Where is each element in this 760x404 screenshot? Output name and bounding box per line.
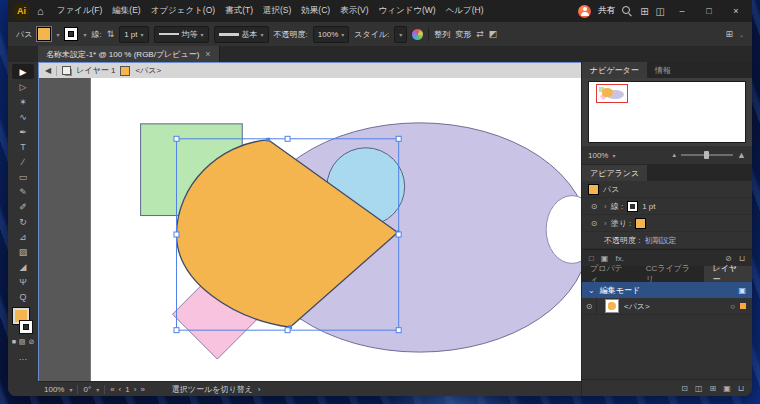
stroke-stepper-icon[interactable]: ⇅ bbox=[107, 29, 115, 39]
menu-window[interactable]: ウィンドウ(W) bbox=[373, 5, 440, 17]
breadcrumb-object[interactable]: <パス> bbox=[135, 65, 161, 76]
appearance-stroke-swatch[interactable] bbox=[627, 201, 638, 212]
document-tab[interactable]: 名称未設定-1* @ 100 % (RGB/プレビュー) × bbox=[38, 46, 220, 62]
delete-item-icon[interactable]: ⊔ bbox=[739, 254, 745, 263]
align-button[interactable]: 整列 bbox=[434, 29, 450, 40]
chevron-down-icon[interactable]: ▾ bbox=[612, 152, 615, 159]
gradient-tool[interactable]: ▨ bbox=[12, 244, 34, 259]
layer-grid-icon[interactable]: ▣ bbox=[723, 384, 731, 393]
color-mode-icon[interactable]: ■ bbox=[12, 338, 16, 346]
status-rotation-value[interactable]: 0° bbox=[83, 385, 91, 394]
direct-selection-tool[interactable]: ▷ bbox=[12, 79, 34, 94]
canvas[interactable] bbox=[39, 78, 581, 381]
stroke-color-swatch[interactable] bbox=[64, 27, 78, 41]
collapse-chevron-icon[interactable]: ⌄ bbox=[588, 286, 595, 295]
rectangle-tool[interactable]: ▭ bbox=[12, 169, 34, 184]
brush-definition-select[interactable]: 基本 ▾ bbox=[214, 26, 269, 43]
recolor-artwork-icon[interactable] bbox=[412, 29, 423, 40]
search-icon[interactable] bbox=[622, 6, 633, 17]
width-profile-select[interactable]: 均等 ▾ bbox=[154, 26, 209, 43]
illustrator-logo-icon[interactable]: Ai bbox=[14, 4, 29, 19]
rotate-tool[interactable]: ↻ bbox=[12, 214, 34, 229]
maximize-button[interactable]: □ bbox=[699, 6, 719, 16]
menu-type[interactable]: 書式(T) bbox=[220, 5, 258, 17]
appearance-fill-swatch[interactable] bbox=[635, 218, 646, 229]
new-stroke-icon[interactable]: □ bbox=[589, 254, 594, 263]
appearance-fill-row[interactable]: ⊙ › 塗り : bbox=[582, 215, 752, 232]
exit-isolation-icon[interactable]: ◀ bbox=[45, 66, 51, 75]
paintbrush-tool[interactable]: ✎ bbox=[12, 184, 34, 199]
layer-visibility-cell[interactable]: ⊙ bbox=[582, 298, 597, 314]
minimize-button[interactable]: – bbox=[672, 6, 692, 16]
previous-artboard-icon[interactable]: ‹ bbox=[119, 385, 122, 394]
menu-edit[interactable]: 編集(E) bbox=[107, 5, 145, 17]
new-fill-icon[interactable]: ▣ bbox=[601, 254, 609, 263]
add-effect-icon[interactable]: fx. bbox=[615, 254, 623, 263]
line-segment-tool[interactable]: ∕ bbox=[12, 154, 34, 169]
artboard-svg[interactable] bbox=[39, 78, 581, 381]
tab-properties[interactable]: プロパティ bbox=[582, 266, 638, 282]
scale-tool[interactable]: ⊿ bbox=[12, 229, 34, 244]
last-artboard-icon[interactable]: » bbox=[140, 385, 144, 394]
menu-select[interactable]: 選択(S) bbox=[258, 5, 296, 17]
close-button[interactable]: × bbox=[726, 6, 746, 16]
lasso-tool[interactable]: ∿ bbox=[12, 109, 34, 124]
control-overflow-icon[interactable]: ⌄ bbox=[739, 31, 744, 38]
menu-object[interactable]: オブジェクト(O) bbox=[146, 5, 220, 17]
transform-button[interactable]: 変形 bbox=[455, 29, 471, 40]
expand-chevron-icon[interactable]: › bbox=[604, 202, 607, 211]
menu-help[interactable]: ヘルプ(H) bbox=[441, 5, 489, 17]
panel-grid-icon[interactable]: ⊞ bbox=[725, 29, 733, 39]
arrange-documents-icon[interactable]: ⊞ bbox=[640, 6, 648, 17]
layers-path-row[interactable]: ⊙ <パス> ○ bbox=[582, 298, 752, 315]
pen-tool[interactable]: ✒ bbox=[12, 124, 34, 139]
selection-tool[interactable]: ▶ bbox=[12, 64, 34, 79]
magic-wand-tool[interactable]: ✶ bbox=[12, 94, 34, 109]
layers-edit-mode-row[interactable]: ⌄ 編集モード ▣ bbox=[582, 282, 752, 298]
layer-options-icon[interactable]: ▣ bbox=[738, 286, 746, 295]
gradient-mode-icon[interactable]: ▨ bbox=[19, 338, 26, 346]
chevron-down-icon[interactable]: ▾ bbox=[69, 386, 72, 393]
edit-toolbar-icon[interactable]: … bbox=[19, 352, 28, 362]
tab-layers[interactable]: レイヤー bbox=[704, 266, 752, 282]
isolate-selection-icon[interactable]: ⇄ bbox=[476, 29, 484, 39]
navigator-view-box[interactable] bbox=[596, 84, 628, 103]
expand-chevron-icon[interactable]: › bbox=[604, 219, 607, 228]
hand-tool[interactable]: Ψ bbox=[12, 274, 34, 289]
appearance-opacity-value[interactable]: 初期設定 bbox=[644, 235, 676, 246]
artboard-number[interactable]: 1 bbox=[125, 385, 129, 394]
status-expand-icon[interactable]: › bbox=[258, 385, 261, 394]
make-mask-icon[interactable]: ⊡ bbox=[681, 384, 688, 393]
tab-cc-libraries[interactable]: CCライブラリ bbox=[638, 266, 705, 282]
workspace-switcher-icon[interactable]: ◫ bbox=[656, 6, 665, 17]
document-close-icon[interactable]: × bbox=[205, 49, 210, 59]
navigator-preview[interactable] bbox=[588, 81, 746, 143]
visibility-eye-icon[interactable]: ⊙ bbox=[588, 202, 600, 211]
tab-info[interactable]: 情報 bbox=[647, 62, 679, 78]
type-tool[interactable]: T bbox=[12, 139, 34, 154]
tab-appearance[interactable]: アピアランス bbox=[582, 165, 647, 181]
new-layer-icon[interactable]: ⊞ bbox=[709, 384, 716, 393]
zoom-slider[interactable] bbox=[681, 154, 733, 156]
visibility-eye-icon[interactable]: ⊙ bbox=[588, 219, 600, 228]
appearance-opacity-row[interactable]: 不透明度 : 初期設定 bbox=[582, 232, 752, 249]
layer-target-icon[interactable]: ○ bbox=[730, 302, 735, 311]
menu-effect[interactable]: 効果(C) bbox=[296, 5, 335, 17]
delete-layer-icon[interactable]: ⊔ bbox=[738, 384, 744, 393]
home-icon[interactable]: ⌂ bbox=[37, 5, 44, 17]
next-artboard-icon[interactable]: › bbox=[134, 385, 137, 394]
layer-thumbnail[interactable] bbox=[605, 299, 619, 313]
appearance-stroke-value[interactable]: 1 pt bbox=[642, 202, 655, 211]
layer-selection-chip[interactable] bbox=[740, 303, 746, 309]
chevron-down-icon[interactable]: ▾ bbox=[96, 386, 99, 393]
fill-color-swatch[interactable] bbox=[37, 27, 51, 41]
first-artboard-icon[interactable]: « bbox=[110, 385, 114, 394]
select-similar-icon[interactable]: ◩ bbox=[489, 29, 498, 39]
opacity-select[interactable]: 100% ▾ bbox=[313, 26, 349, 43]
share-avatar-icon[interactable] bbox=[578, 5, 591, 18]
status-zoom-value[interactable]: 100% bbox=[44, 385, 64, 394]
stroke-weight-select[interactable]: 1 pt ▾ bbox=[119, 26, 148, 43]
zoom-slider-thumb[interactable] bbox=[704, 151, 709, 159]
eyedropper-tool[interactable]: ◢ bbox=[12, 259, 34, 274]
graphic-style-select[interactable]: ▾ bbox=[394, 26, 407, 43]
